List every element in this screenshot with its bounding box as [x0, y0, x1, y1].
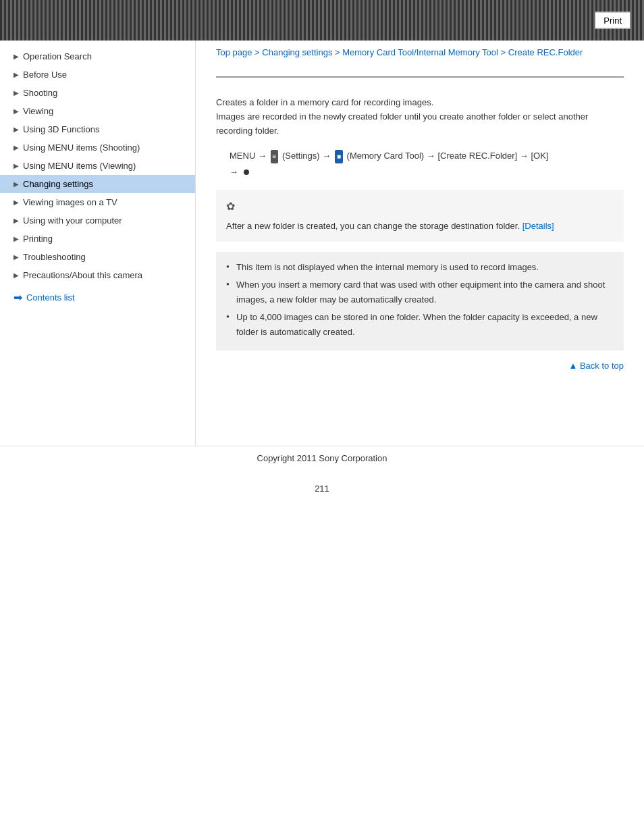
- details-link[interactable]: [Details]: [522, 221, 554, 231]
- tip-box: ✿ After a new folder is created, you can…: [216, 190, 624, 241]
- sidebar-arrow-2: ▶: [14, 89, 19, 97]
- breadcrumb-sep-1: >: [332, 47, 342, 57]
- notes-list: This item is not displayed when the inte…: [226, 260, 614, 340]
- sidebar-label-6: Using MENU items (Viewing): [23, 161, 136, 171]
- note-item-0: This item is not displayed when the inte…: [226, 260, 614, 275]
- sidebar-item-10[interactable]: ▶Printing: [0, 230, 195, 248]
- sidebar-arrow-11: ▶: [14, 253, 19, 261]
- sidebar-arrow-4: ▶: [14, 126, 19, 133]
- sidebar-label-1: Before Use: [23, 70, 67, 80]
- notes-box: This item is not displayed when the inte…: [216, 252, 624, 350]
- sidebar-label-5: Using MENU items (Shooting): [23, 142, 140, 153]
- sidebar-label-12: Precautions/About this camera: [23, 270, 142, 280]
- sidebar-label-11: Troubleshooting: [23, 252, 86, 262]
- breadcrumb-sep-0: >: [252, 47, 263, 57]
- sidebar-arrow-10: ▶: [14, 235, 19, 242]
- sidebar-item-11[interactable]: ▶Troubleshooting: [0, 248, 195, 266]
- bullet-icon: [244, 170, 249, 175]
- settings-icon: ≡: [271, 150, 279, 163]
- sidebar-label-10: Printing: [23, 234, 53, 244]
- contents-list-label: Contents list: [26, 292, 75, 303]
- page-num-text: 211: [315, 484, 329, 494]
- sidebar-label-4: Using 3D Functions: [23, 124, 99, 134]
- print-button[interactable]: Print: [595, 12, 630, 29]
- breadcrumb-sep-2: >: [498, 47, 508, 57]
- header-bar: Print: [0, 0, 644, 41]
- sidebar-label-2: Shooting: [23, 88, 57, 98]
- sidebar-item-1[interactable]: ▶Before Use: [0, 66, 195, 84]
- sidebar-arrow-3: ▶: [14, 107, 19, 115]
- memory-card-icon: ■: [335, 150, 343, 163]
- sidebar: ▶Operation Search▶Before Use▶Shooting▶Vi…: [0, 41, 196, 446]
- description-line1: Creates a folder in a memory card for re…: [216, 97, 433, 107]
- sidebar-item-5[interactable]: ▶Using MENU items (Shooting): [0, 138, 195, 157]
- ok-label: [OK]: [531, 151, 548, 161]
- sidebar-arrow-8: ▶: [14, 199, 19, 206]
- breadcrumb-item-0[interactable]: Top page: [216, 47, 252, 57]
- sidebar-item-7[interactable]: ▶Changing settings: [0, 175, 195, 193]
- sidebar-label-3: Viewing: [23, 106, 53, 116]
- main-content: Top page > Changing settings > Memory Ca…: [196, 41, 644, 446]
- page-layout: ▶Operation Search▶Before Use▶Shooting▶Vi…: [0, 41, 644, 446]
- back-to-top-link[interactable]: ▲ Back to top: [568, 361, 624, 371]
- sidebar-item-0[interactable]: ▶Operation Search: [0, 47, 195, 66]
- contents-list-arrow-icon: ➡: [14, 291, 22, 304]
- page-title-area: [216, 76, 624, 86]
- sidebar-item-3[interactable]: ▶Viewing: [0, 102, 195, 120]
- arrow-3: →: [427, 151, 438, 161]
- sidebar-item-9[interactable]: ▶Using with your computer: [0, 211, 195, 230]
- description-line2: Images are recorded in the newly created…: [216, 111, 588, 136]
- page-number: 211: [0, 477, 644, 500]
- sidebar-item-4[interactable]: ▶Using 3D Functions: [0, 120, 195, 138]
- arrow-4: →: [520, 151, 531, 161]
- sidebar-item-12[interactable]: ▶Precautions/About this camera: [0, 266, 195, 284]
- breadcrumb-item-2[interactable]: Memory Card Tool/Internal Memory Tool: [342, 47, 498, 57]
- sidebar-label-8: Viewing images on a TV: [23, 197, 117, 207]
- sidebar-item-2[interactable]: ▶Shooting: [0, 84, 195, 102]
- arrow-1: →: [258, 151, 269, 161]
- breadcrumb-item-3[interactable]: Create REC.Folder: [508, 47, 583, 57]
- tip-icon: ✿: [226, 198, 614, 215]
- sidebar-arrow-5: ▶: [14, 144, 19, 151]
- sidebar-arrow-0: ▶: [14, 53, 19, 60]
- sidebar-arrow-12: ▶: [14, 271, 19, 279]
- sidebar-arrow-7: ▶: [14, 180, 19, 188]
- back-to-top-row: ▲ Back to top: [216, 361, 624, 371]
- sidebar-arrow-6: ▶: [14, 162, 19, 170]
- arrow-5: →: [230, 167, 241, 177]
- memory-label: (Memory Card Tool): [347, 151, 425, 161]
- breadcrumb-item-1[interactable]: Changing settings: [262, 47, 332, 57]
- menu-word: MENU: [230, 151, 255, 161]
- sidebar-item-8[interactable]: ▶Viewing images on a TV: [0, 193, 195, 211]
- menu-path: MENU → ≡ (Settings) → ■ (Memory Card Too…: [230, 148, 624, 180]
- contents-list-link[interactable]: ➡ Contents list: [0, 284, 195, 311]
- sidebar-label-0: Operation Search: [23, 51, 92, 61]
- content-description: Creates a folder in a memory card for re…: [216, 96, 624, 138]
- note-item-1: When you insert a memory card that was u…: [226, 278, 614, 307]
- footer: Copyright 2011 Sony Corporation: [0, 446, 644, 477]
- copyright-text: Copyright 2011 Sony Corporation: [257, 453, 387, 463]
- sidebar-label-9: Using with your computer: [23, 215, 122, 226]
- sidebar-arrow-1: ▶: [14, 71, 19, 78]
- breadcrumb: Top page > Changing settings > Memory Ca…: [216, 47, 624, 63]
- sidebar-item-6[interactable]: ▶Using MENU items (Viewing): [0, 157, 195, 175]
- sidebar-label-7: Changing settings: [23, 179, 93, 189]
- note-item-2: Up to 4,000 images can be stored in one …: [226, 310, 614, 340]
- tip-text: After a new folder is created, you can c…: [226, 221, 520, 231]
- sidebar-arrow-9: ▶: [14, 217, 19, 224]
- arrow-2: →: [322, 151, 333, 161]
- create-rec-label: [Create REC.Folder]: [437, 151, 517, 161]
- settings-label: (Settings): [282, 151, 320, 161]
